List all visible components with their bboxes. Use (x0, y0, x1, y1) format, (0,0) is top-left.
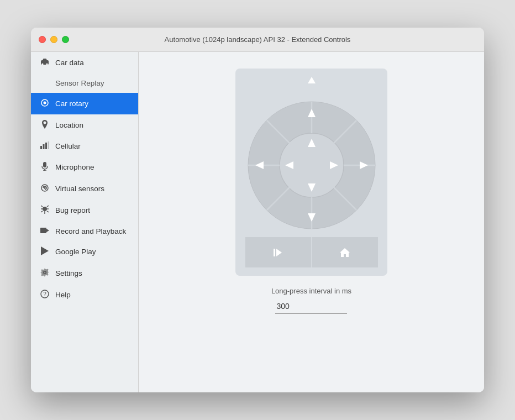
rotary-widget (235, 69, 387, 276)
svg-rect-6 (43, 144, 45, 149)
svg-rect-8 (48, 141, 50, 149)
sidebar-item-location-label: Location (55, 121, 83, 129)
back-button[interactable] (245, 237, 312, 267)
maximize-button[interactable] (62, 36, 69, 43)
sidebar-item-car-rotary-label: Car rotary (55, 99, 88, 108)
sidebar-item-sensor-replay[interactable]: Sensor Replay (31, 74, 138, 93)
sidebar-item-record-playback-label: Record and Playback (55, 227, 126, 235)
interval-section: Long-press interval in ms (271, 287, 351, 314)
sidebar-item-settings[interactable]: Settings (31, 262, 138, 284)
svg-rect-5 (40, 146, 42, 149)
svg-rect-47 (274, 249, 275, 256)
sidebar-item-cellular[interactable]: Cellular (31, 136, 138, 156)
svg-point-4 (44, 102, 46, 104)
window-title: Automotive (1024p landscape) API 32 - Ex… (165, 35, 351, 44)
traffic-lights (39, 36, 69, 43)
svg-point-2 (46, 64, 48, 65)
svg-point-14 (43, 207, 47, 211)
content-area: Car data Sensor Replay Car rotary Locati… (31, 52, 484, 392)
sidebar: Car data Sensor Replay Car rotary Locati… (31, 52, 139, 392)
sidebar-item-microphone[interactable]: Microphone (31, 156, 138, 178)
svg-rect-22 (40, 228, 46, 233)
sidebar-item-google-play[interactable]: Google Play (31, 241, 138, 262)
svg-marker-24 (41, 246, 49, 255)
bug-report-icon (40, 205, 50, 216)
bottom-buttons (245, 237, 378, 267)
sidebar-item-sensor-replay-label: Sensor Replay (55, 79, 104, 87)
record-playback-icon (40, 227, 50, 235)
car-rotary-icon (40, 98, 50, 109)
main-content: Long-press interval in ms (139, 52, 484, 392)
minimize-button[interactable] (50, 36, 57, 43)
settings-icon (40, 268, 50, 279)
svg-marker-48 (340, 248, 350, 257)
svg-point-1 (42, 64, 44, 65)
sidebar-item-help-label: Help (55, 291, 71, 299)
interval-label: Long-press interval in ms (271, 287, 351, 295)
svg-line-15 (41, 206, 43, 207)
help-icon: ? (40, 290, 50, 300)
sidebar-item-location[interactable]: Location (31, 114, 138, 136)
app-window: Automotive (1024p landscape) API 32 - Ex… (31, 28, 484, 392)
virtual-sensors-icon (40, 183, 50, 194)
microphone-icon (40, 162, 50, 172)
svg-line-16 (47, 206, 49, 207)
sidebar-item-microphone-label: Microphone (55, 163, 94, 171)
location-icon (40, 120, 50, 130)
sidebar-item-settings-label: Settings (55, 269, 82, 277)
close-button[interactable] (39, 36, 46, 43)
svg-rect-7 (45, 143, 47, 149)
svg-line-19 (41, 211, 43, 212)
sidebar-item-cellular-label: Cellular (55, 142, 81, 150)
svg-marker-46 (276, 249, 282, 256)
interval-input[interactable] (275, 300, 347, 314)
sidebar-item-virtual-sensors[interactable]: Virtual sensors (31, 178, 138, 200)
sidebar-item-car-data-label: Car data (55, 59, 84, 67)
car-data-icon (40, 57, 50, 68)
rotary-dial-svg (245, 99, 378, 232)
sidebar-item-help[interactable]: ? Help (31, 284, 138, 306)
svg-text:?: ? (43, 291, 46, 297)
home-button[interactable] (312, 237, 378, 267)
sidebar-item-record-playback[interactable]: Record and Playback (31, 221, 138, 241)
svg-line-20 (47, 211, 49, 212)
sidebar-item-google-play-label: Google Play (55, 248, 96, 256)
titlebar: Automotive (1024p landscape) API 32 - Ex… (31, 28, 484, 52)
sidebar-item-bug-report[interactable]: Bug report (31, 200, 138, 221)
sidebar-item-bug-report-label: Bug report (55, 206, 90, 214)
rotary-container: Long-press interval in ms (235, 69, 387, 314)
sidebar-item-virtual-sensors-label: Virtual sensors (55, 185, 104, 193)
sidebar-item-car-data[interactable]: Car data (31, 52, 138, 74)
svg-rect-9 (43, 162, 46, 167)
cellular-icon (40, 141, 50, 151)
svg-marker-23 (46, 229, 49, 232)
sidebar-item-car-rotary[interactable]: Car rotary (31, 93, 138, 114)
svg-point-12 (41, 185, 48, 191)
rotary-up-button[interactable] (306, 75, 317, 86)
svg-point-13 (44, 187, 45, 188)
svg-marker-27 (308, 77, 316, 83)
google-play-icon (40, 246, 50, 257)
